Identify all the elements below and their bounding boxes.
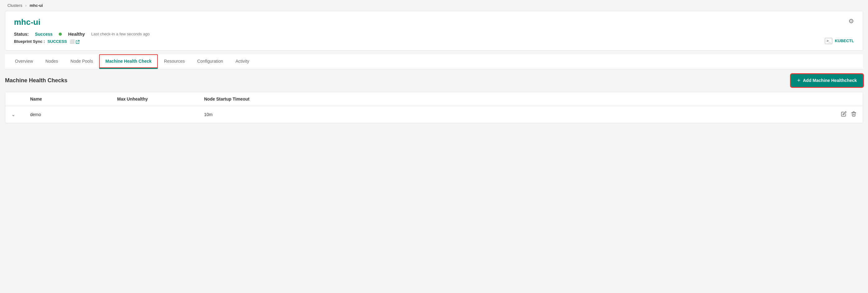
breadcrumb: Clusters › mhc-ui <box>0 0 868 11</box>
tab-node-pools[interactable]: Node Pools <box>64 54 99 69</box>
checkin-text: Last check-in a few seconds ago <box>91 32 150 36</box>
col-node-startup-timeout: Node Startup Timeout <box>204 97 832 101</box>
kubectl-button[interactable]: >_ KUBECTL <box>825 38 854 44</box>
row-node-startup-timeout: 10m <box>204 112 832 117</box>
kubectl-label: KUBECTL <box>835 38 854 43</box>
row-expand[interactable]: ⌄ <box>11 112 30 117</box>
blueprint-label: Blueprint Sync : <box>14 39 45 44</box>
chevron-down-icon[interactable]: ⌄ <box>11 112 15 117</box>
external-link-icon[interactable]: ⬜ <box>70 39 80 44</box>
table-body: ⌄ demo 10m <box>5 106 863 123</box>
section-header: Machine Health Checks + Add Machine Heal… <box>5 74 863 87</box>
breadcrumb-parent[interactable]: Clusters <box>7 3 22 8</box>
col-actions <box>832 97 857 101</box>
tab-machine-health-check[interactable]: Machine Health Check <box>99 54 158 69</box>
table-header-row: Name Max Unhealthy Node Startup Timeout <box>5 92 863 106</box>
kubectl-terminal-icon: >_ <box>825 38 832 44</box>
content-area: Machine Health Checks + Add Machine Heal… <box>5 74 863 123</box>
tab-nodes[interactable]: Nodes <box>39 54 64 69</box>
row-name: demo <box>30 112 117 117</box>
add-button-label: Add Machine Healthcheck <box>803 78 857 83</box>
col-name: Name <box>30 97 117 101</box>
tabs-bar: OverviewNodesNode PoolsMachine Health Ch… <box>5 54 863 69</box>
delete-icon[interactable] <box>851 111 857 118</box>
col-expand <box>11 97 30 101</box>
blueprint-row: Blueprint Sync : SUCCESS ⬜ <box>14 39 854 44</box>
tab-resources[interactable]: Resources <box>158 54 191 69</box>
cluster-title: mhc-ui <box>14 18 854 27</box>
breadcrumb-current: mhc-ui <box>30 3 43 8</box>
health-dot <box>59 33 62 36</box>
edit-icon[interactable] <box>841 111 846 118</box>
health-text: Healthy <box>68 31 85 37</box>
section-title: Machine Health Checks <box>5 77 67 84</box>
breadcrumb-separator: › <box>25 3 26 8</box>
plus-icon: + <box>797 77 801 84</box>
status-label: Status: <box>14 32 29 37</box>
header-card: mhc-ui Status: Success Healthy Last chec… <box>5 11 863 51</box>
col-max-unhealthy: Max Unhealthy <box>117 97 204 101</box>
add-machine-healthcheck-button[interactable]: + Add Machine Healthcheck <box>791 74 863 87</box>
status-value: Success <box>35 32 53 37</box>
row-actions <box>832 111 857 118</box>
tab-overview[interactable]: Overview <box>9 54 39 69</box>
blueprint-value: SUCCESS <box>48 39 67 44</box>
status-row: Status: Success Healthy Last check-in a … <box>14 31 854 37</box>
tab-activity[interactable]: Activity <box>229 54 255 69</box>
health-checks-table: Name Max Unhealthy Node Startup Timeout … <box>5 92 863 123</box>
settings-button[interactable]: ⚙ <box>848 18 854 25</box>
tab-configuration[interactable]: Configuration <box>191 54 229 69</box>
table-row: ⌄ demo 10m <box>5 106 863 123</box>
